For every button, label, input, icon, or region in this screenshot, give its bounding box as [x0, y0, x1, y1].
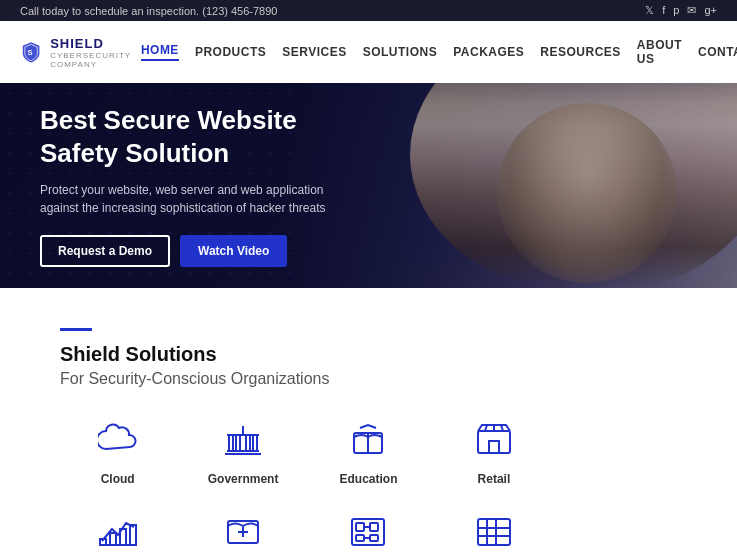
retail-icon: [471, 418, 517, 464]
section-accent: [60, 328, 92, 331]
svg-rect-25: [356, 523, 364, 531]
logo-subtitle: CYBERSECURITY COMPANY: [50, 51, 141, 69]
svg-rect-31: [478, 519, 510, 545]
cloud-label: Cloud: [101, 472, 135, 488]
healthcare-icon: [220, 508, 266, 554]
hero-section: Best Secure Website Safety Solution Prot…: [0, 83, 737, 288]
solution-cloud: Cloud: [60, 418, 175, 488]
facebook-icon[interactable]: f: [662, 4, 665, 17]
solution-energy: Energy: [436, 508, 551, 554]
svg-text:S: S: [28, 48, 33, 57]
svg-rect-27: [356, 535, 364, 541]
main-nav: HOME PRODUCTS SERVICES SOLUTIONS PACKAGE…: [141, 38, 737, 66]
social-icons: 𝕏 f p ✉ g+: [645, 4, 717, 17]
solutions-grid: Cloud Government: [60, 418, 677, 554]
solutions-title: Shield Solutions: [60, 343, 677, 366]
svg-rect-6: [253, 435, 257, 451]
nav-products[interactable]: PRODUCTS: [195, 45, 266, 59]
solution-government: Government: [185, 418, 300, 488]
education-icon: [345, 418, 391, 464]
hero-subtext: Protect your website, web server and web…: [40, 181, 340, 217]
svg-rect-18: [110, 533, 116, 545]
svg-rect-26: [370, 523, 378, 531]
svg-rect-28: [370, 535, 378, 541]
grid-spacer-1: [562, 418, 677, 488]
svg-rect-15: [489, 441, 499, 453]
nav-home[interactable]: HOME: [141, 43, 179, 61]
svg-rect-20: [130, 525, 136, 545]
hero-content: Best Secure Website Safety Solution Prot…: [0, 83, 380, 288]
request-demo-button[interactable]: Request a Demo: [40, 235, 170, 267]
hero-heading: Best Secure Website Safety Solution: [40, 104, 340, 169]
logo-area: S SHIELD CYBERSECURITY COMPANY: [20, 36, 141, 69]
header: S SHIELD CYBERSECURITY COMPANY HOME PROD…: [0, 21, 737, 83]
envelope-icon[interactable]: ✉: [687, 4, 696, 17]
solution-financial: FinancialServices: [60, 508, 175, 554]
cloud-icon: [95, 418, 141, 464]
svg-rect-19: [120, 529, 126, 545]
nav-solutions[interactable]: SOLUTIONS: [363, 45, 438, 59]
twitter-icon[interactable]: 𝕏: [645, 4, 654, 17]
nav-contacts[interactable]: CONTACTS: [698, 45, 737, 59]
logo-name: SHIELD: [50, 36, 141, 51]
logo-shield-icon: S: [20, 36, 42, 68]
svg-rect-17: [100, 539, 106, 545]
solution-industrial: IndustrialControl System: [311, 508, 426, 554]
solutions-subtitle: For Security-Conscious Organizations: [60, 370, 677, 388]
hero-person-face: [497, 103, 677, 283]
energy-icon: [471, 508, 517, 554]
retail-label: Retail: [478, 472, 511, 488]
financial-icon: [95, 508, 141, 554]
solutions-section: Shield Solutions For Security-Conscious …: [0, 288, 737, 554]
government-icon: [220, 418, 266, 464]
education-label: Education: [339, 472, 397, 488]
top-bar-message: Call today to schedule an inspection. (1…: [20, 5, 277, 17]
solution-education: Education: [311, 418, 426, 488]
top-bar: Call today to schedule an inspection. (1…: [0, 0, 737, 21]
svg-rect-5: [246, 435, 250, 451]
government-label: Government: [208, 472, 279, 488]
nav-services[interactable]: SERVICES: [282, 45, 346, 59]
solution-retail: Retail: [436, 418, 551, 488]
industrial-icon: [345, 508, 391, 554]
svg-rect-3: [229, 435, 233, 451]
pinterest-icon[interactable]: p: [673, 4, 679, 17]
nav-resources[interactable]: RESOURCES: [540, 45, 621, 59]
solution-healthcare: Healthcare: [185, 508, 300, 554]
google-plus-icon[interactable]: g+: [704, 4, 717, 17]
hero-buttons: Request a Demo Watch Video: [40, 235, 340, 267]
svg-rect-4: [236, 435, 240, 451]
watch-video-button[interactable]: Watch Video: [180, 235, 287, 267]
grid-spacer-2: [562, 508, 677, 554]
nav-about[interactable]: ABOUT US: [637, 38, 682, 66]
nav-packages[interactable]: PACKAGES: [453, 45, 524, 59]
logo-text: SHIELD CYBERSECURITY COMPANY: [50, 36, 141, 69]
